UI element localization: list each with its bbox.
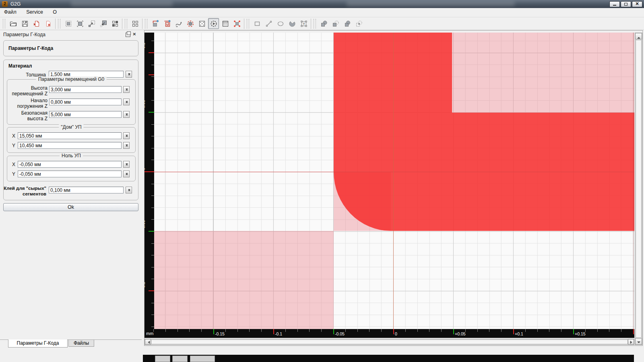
- menu-file[interactable]: Файл: [0, 8, 21, 17]
- zero-x-spinner[interactable]: [123, 161, 130, 168]
- float-panel-icon[interactable]: [126, 33, 130, 37]
- home-x-input[interactable]: [18, 132, 122, 139]
- drill-toolpath-button[interactable]: [185, 18, 196, 29]
- curve-direction-button[interactable]: [173, 18, 184, 29]
- ruler-major-tick: [453, 329, 454, 334]
- zoomext-icon: [88, 20, 96, 28]
- home-x-spinner[interactable]: [123, 132, 130, 139]
- home-y-spinner[interactable]: [123, 142, 130, 149]
- toolbar-drag-handle[interactable]: [125, 19, 127, 29]
- tab-gcode-parameters[interactable]: Параметры Г-Кода: [8, 339, 68, 348]
- ok-button[interactable]: Ok: [3, 203, 138, 211]
- boolean-intersect-button[interactable]: [342, 18, 353, 29]
- home-y-input[interactable]: [18, 142, 122, 149]
- zero-y-spinner[interactable]: [123, 171, 130, 177]
- minimize-button[interactable]: [609, 1, 620, 7]
- ruler-minor-tick: [151, 41, 154, 41]
- toolbar-drag-handle[interactable]: [145, 19, 147, 29]
- g0-row3-input[interactable]: [49, 111, 122, 118]
- bottom-stub-button[interactable]: [190, 356, 215, 362]
- vertical-scrollbar[interactable]: [635, 33, 642, 345]
- simulation-button[interactable]: [208, 18, 219, 29]
- spiral-toolpath-button[interactable]: [161, 18, 172, 29]
- contour-toolpath-button[interactable]: [150, 18, 161, 29]
- curve-icon: [175, 20, 183, 28]
- ruler-minor-tick: [151, 184, 154, 184]
- g0-row3-spinner[interactable]: [123, 111, 130, 118]
- ruler-minor-tick: [151, 160, 154, 160]
- toolbar-drag-handle[interactable]: [58, 19, 60, 29]
- zero-x-label: X: [10, 162, 15, 167]
- close-panel-icon[interactable]: ×: [133, 31, 136, 37]
- arrange-grid-button[interactable]: [130, 18, 140, 29]
- ellipse-icon: [277, 20, 285, 28]
- ruler-minor-tick: [189, 329, 190, 332]
- scroll-right-button[interactable]: [628, 339, 634, 345]
- dot-grid-button[interactable]: [196, 18, 207, 29]
- save-button[interactable]: [19, 18, 30, 29]
- ruler-tick-label: +0.1: [515, 331, 523, 336]
- ruler-minor-tick: [151, 124, 154, 125]
- exclude-icon: [355, 20, 363, 28]
- toolbar-drag-handle[interactable]: [3, 19, 5, 29]
- draw-line-button[interactable]: [263, 18, 274, 29]
- contour-icon: [151, 20, 159, 28]
- bottom-stub-button[interactable]: [172, 356, 188, 362]
- arrange-objects-button[interactable]: [109, 18, 120, 29]
- sim-icon: [210, 20, 218, 28]
- glue-input[interactable]: [49, 187, 124, 193]
- horizontal-scrollbar[interactable]: [144, 339, 634, 345]
- close-button[interactable]: ✕: [632, 1, 642, 7]
- menu-service[interactable]: Service: [22, 8, 47, 17]
- ruler-minor-tick: [537, 329, 538, 332]
- toolbar-drag-handle[interactable]: [314, 19, 316, 29]
- draw-text-button[interactable]: T: [298, 18, 309, 29]
- zoom-selection-button[interactable]: [98, 18, 109, 29]
- draw-ellipse-button[interactable]: [275, 18, 286, 29]
- g0-row1-spinner[interactable]: [123, 86, 130, 93]
- drawing-canvas[interactable]: [154, 33, 634, 329]
- open-file-button[interactable]: [8, 18, 19, 29]
- delete-gcode-button[interactable]: [43, 18, 54, 29]
- maximize-button[interactable]: [621, 1, 631, 7]
- boolean-exclude-button[interactable]: [353, 18, 364, 29]
- boolean-union-button[interactable]: [318, 18, 329, 29]
- zoom-extents-button[interactable]: [86, 18, 97, 29]
- arrow-up-icon: [637, 35, 640, 39]
- g0-row2-spinner[interactable]: [123, 99, 130, 105]
- props-icon: [221, 20, 229, 28]
- tab-files[interactable]: Файлы: [68, 340, 94, 347]
- line-icon: [265, 20, 273, 28]
- ruler-minor-tick: [549, 329, 549, 332]
- parameters-panel-button[interactable]: [220, 18, 231, 29]
- thickness-spinner[interactable]: [126, 71, 132, 78]
- bottom-stub-button[interactable]: [155, 356, 170, 362]
- boolean-subtract-button[interactable]: [330, 18, 341, 29]
- home-y-label: Y: [10, 143, 15, 148]
- draw-pie-button[interactable]: [287, 18, 297, 29]
- ruler-major-tick: [633, 329, 634, 334]
- toolpath-swath-top: [334, 33, 452, 113]
- scroll-down-button[interactable]: [635, 338, 642, 345]
- g0-row2-input[interactable]: [49, 99, 122, 105]
- zero-x-input[interactable]: [18, 161, 122, 168]
- menu-about[interactable]: О: [49, 8, 61, 17]
- ruler-minor-tick: [178, 329, 178, 332]
- glue-spinner[interactable]: [126, 187, 132, 193]
- select-all-button[interactable]: [63, 18, 74, 29]
- scroll-up-button[interactable]: [635, 33, 642, 39]
- zero-y-input[interactable]: [18, 171, 122, 177]
- selection-button[interactable]: [74, 18, 85, 29]
- transform-points-button[interactable]: [231, 18, 242, 29]
- ruler-major-tick: [149, 112, 154, 113]
- draw-rectangle-button[interactable]: [252, 18, 262, 29]
- ruler-minor-tick: [357, 329, 358, 332]
- intersect-icon: [343, 20, 351, 28]
- vertical-scroll-thumb[interactable]: [636, 40, 642, 338]
- toolbar-drag-handle[interactable]: [247, 19, 249, 29]
- scroll-left-button[interactable]: [145, 339, 151, 345]
- g0-row1-input[interactable]: [49, 86, 122, 93]
- export-gcode-button[interactable]: [31, 18, 42, 29]
- horizontal-scroll-thumb[interactable]: [151, 339, 628, 344]
- ruler-minor-tick: [151, 327, 154, 327]
